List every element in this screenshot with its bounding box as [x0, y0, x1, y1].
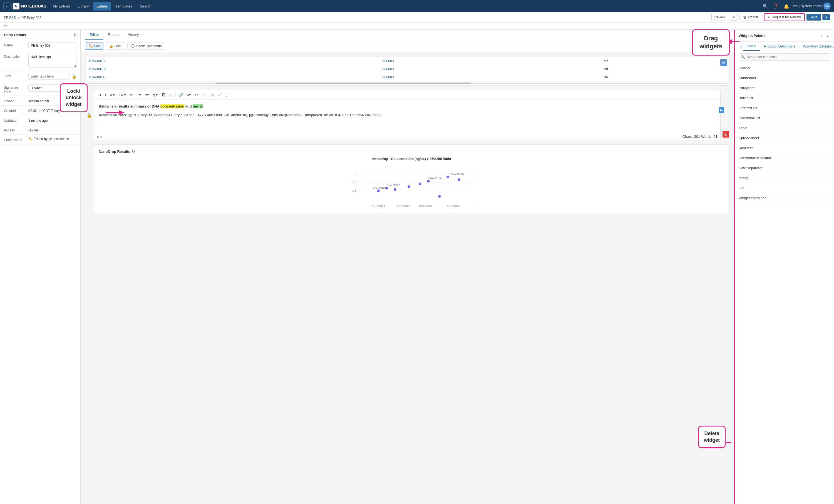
back-button[interactable]: ← [3, 2, 12, 10]
tab-basic[interactable]: Basic [743, 42, 760, 51]
widget-item-horizontal-separator[interactable]: Horizontal separator [735, 153, 834, 163]
rich-text-paragraph-1: Below is a results summary of DNA concen… [99, 104, 716, 110]
color-button[interactable]: A▾ [144, 92, 151, 98]
show-comments-button[interactable]: 💬 Show Comments [127, 43, 165, 50]
tab-nav-left[interactable]: ‹ [739, 43, 743, 49]
widget-item-bullet-list[interactable]: Bullet list [735, 93, 834, 103]
paragraph-button[interactable]: ¶ ▾ [152, 92, 159, 98]
breadcrumb-parent[interactable]: PE R&D [4, 16, 16, 20]
highlight-button[interactable]: ✏ [128, 92, 134, 98]
comments-icon: 💬 [131, 44, 135, 48]
field-created-value: 02:36 pm CDT Today [28, 108, 60, 113]
nav-entries[interactable]: Entries [93, 2, 111, 10]
tab-workflow-definition[interactable]: Workflow Definitio... [799, 42, 834, 50]
field-name-value [28, 42, 76, 49]
widget-item-spreadsheet[interactable]: Spreadsheet [735, 133, 834, 143]
clear-format-button[interactable]: T✕ [207, 92, 216, 98]
redo-button[interactable]: ↪ [200, 92, 206, 98]
table-cell-dna-00108[interactable]: DNA-00108 [86, 57, 379, 65]
widget-item-checkbox-list[interactable]: Checkbox list [735, 113, 834, 123]
chart-refresh-button[interactable]: ↻ [132, 149, 135, 154]
table-button[interactable]: ⊞ [168, 92, 174, 98]
tab-editor[interactable]: Editor [85, 30, 104, 40]
tab-history[interactable]: History [123, 30, 143, 40]
panel-nav-right[interactable]: › [826, 32, 830, 39]
signature-select[interactable]: Owner [28, 85, 76, 92]
nav-templates[interactable]: Templates [112, 2, 135, 10]
save-dropdown-button[interactable]: ▼ [822, 14, 830, 20]
back-link-icon[interactable]: ↩ [4, 23, 7, 28]
search-icon-button[interactable]: 🔍 [762, 2, 769, 10]
save-button[interactable]: Save [807, 14, 821, 21]
delete-widget-button[interactable]: 🗑 [723, 131, 729, 138]
table-cell-nd-003-1[interactable]: ND-003 [379, 57, 601, 65]
tab-report[interactable]: Report [104, 30, 123, 40]
nav-library[interactable]: Library [74, 2, 92, 10]
entry-status-text: Edited by system admin [34, 137, 69, 141]
widget-search-input[interactable] [739, 53, 830, 61]
ordered-list-button[interactable]: 1≡ ▾ [117, 92, 127, 98]
field-owner-value: system admin [28, 98, 49, 103]
help-icon-button[interactable]: ❓ [772, 2, 780, 10]
align-button[interactable]: ≡▾ [186, 92, 193, 98]
undo-button[interactable]: ↩ [194, 92, 199, 98]
image-button[interactable]: 🖼 [160, 92, 167, 98]
italic-button[interactable]: I [104, 92, 107, 98]
nav-user: esp | system admin SA [793, 2, 831, 10]
edit-button[interactable]: ✏️ Edit [85, 43, 104, 50]
rich-text-content[interactable]: Below is a results summary of DNA concen… [94, 100, 720, 133]
svg-point-11 [408, 185, 410, 188]
widget-item-date-separator[interactable]: Date separator [735, 163, 834, 173]
nav-my-entries[interactable]: My Entries [49, 2, 73, 10]
rich-text-widget: 🔒 B I ≡ ▾ 1≡ ▾ ✏ T▾ A▾ ¶ ▾ 🖼 ⊞ 🔗 [94, 90, 721, 140]
entry-status-edit-icon: ✏️ [28, 137, 32, 141]
widget-item-header[interactable]: Header [735, 63, 834, 73]
user-avatar: SA [824, 2, 831, 10]
show-comments-label: Show Comments [136, 44, 161, 48]
panel-nav-left[interactable]: ‹ [819, 32, 824, 39]
request-review-button[interactable]: ✓ Request for Review [764, 13, 805, 21]
widget-side-button[interactable]: ▶ [719, 107, 724, 113]
notifications-icon-button[interactable]: 🔔 [783, 2, 790, 10]
link-button[interactable]: 🔗 [177, 92, 184, 98]
widget-item-rich-text[interactable]: Rich text [735, 143, 834, 153]
table-menu-button[interactable]: ☰ [720, 59, 727, 66]
lock-button[interactable]: 🔒 Lock [106, 43, 125, 50]
svg-text:DNA-00109: DNA-00109 [429, 177, 441, 180]
collapse-panel-button[interactable]: ⟩⟨ [74, 32, 76, 37]
review-button[interactable]: Review [711, 14, 728, 21]
review-dropdown-button[interactable]: ▼ [730, 14, 738, 21]
editor-tabs: Editor Report History [81, 30, 734, 40]
widget-item-subheader[interactable]: Subheader [735, 73, 834, 83]
widget-item-image[interactable]: Image [735, 173, 834, 183]
rich-text-cursor-line[interactable] [99, 121, 716, 127]
widget-item-paragraph[interactable]: Paragraph [735, 83, 834, 93]
nav-search[interactable]: Search [136, 2, 155, 10]
table-row: DNA-00109 ND-003 38 [86, 65, 729, 73]
table-cell-dna-00110[interactable]: DNA-00110 [86, 73, 379, 82]
widget-lock-button[interactable]: 🔒 [86, 113, 92, 118]
font-button[interactable]: T▾ [135, 92, 142, 98]
bold-button[interactable]: B [97, 92, 102, 98]
table-scrollbar[interactable] [88, 83, 727, 84]
archive-button[interactable]: 🗑 Archive [740, 14, 762, 21]
widget-item-file[interactable]: File [735, 183, 834, 193]
more-button[interactable]: ⋮ [223, 92, 230, 98]
description-textarea[interactable]: HWM Design [28, 54, 76, 68]
chart-title-text: NanoDrop Results [99, 150, 130, 154]
expand-button[interactable]: ⤢ [217, 92, 222, 98]
bullet-list-button[interactable]: ≡ ▾ [108, 92, 116, 98]
tab-protocol-definitions[interactable]: Protocol Definitions [760, 42, 799, 50]
widget-item-widget-container[interactable]: Widget container [735, 193, 834, 203]
table-cell-nd-003-2[interactable]: ND-003 [379, 65, 601, 73]
widget-item-ordered-list[interactable]: Ordered list [735, 103, 834, 113]
name-input[interactable] [28, 42, 76, 49]
table-cell-nd-003-3[interactable]: ND-003 [379, 73, 601, 82]
widget-item-table[interactable]: Table [735, 123, 834, 133]
right-panel-nav: ‹ › [819, 32, 830, 39]
top-navigation: ← N NOTEBOOKS My Entries Library Entries… [0, 0, 834, 12]
tags-input[interactable] [28, 73, 69, 80]
right-panel: Widgets Palette ‹ › ‹ Basic Protocol Def… [734, 30, 834, 504]
edit-icon: ✏️ [89, 44, 93, 48]
table-cell-dna-00109[interactable]: DNA-00109 [86, 65, 379, 73]
